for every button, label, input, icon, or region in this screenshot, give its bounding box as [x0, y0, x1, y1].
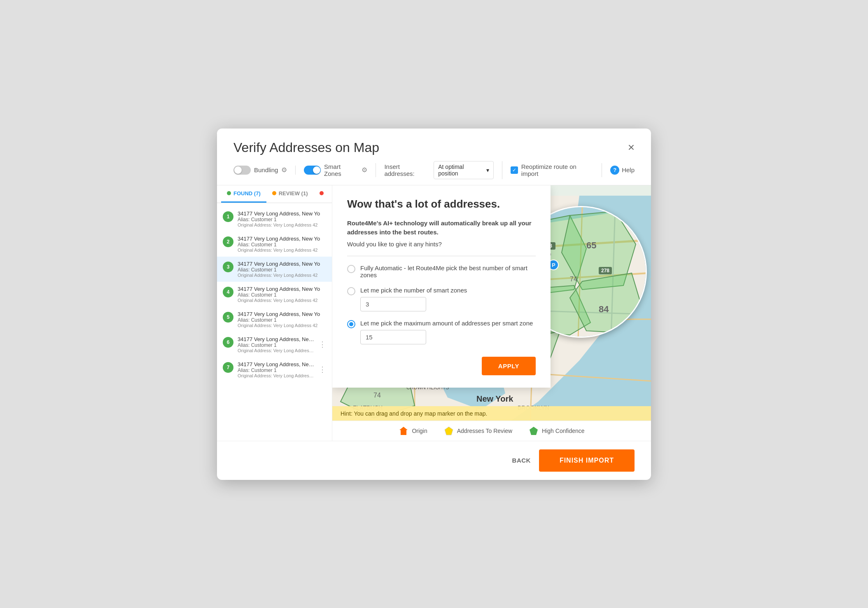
- svg-text:74: 74: [570, 276, 577, 283]
- tabs-row: FOUND (7) REVIEW (1): [217, 185, 332, 203]
- svg-text:74: 74: [373, 392, 381, 399]
- address-badge: 6: [223, 337, 233, 348]
- tab-found-label: FOUND (7): [233, 190, 261, 196]
- map-legend: Origin Addresses To Review High Confiden…: [332, 421, 651, 441]
- bundling-gear-icon[interactable]: ⚙: [281, 166, 287, 174]
- address-original: Original Address: Very Long Address 42: [238, 273, 326, 278]
- address-original: Original Address: Very Long Address 42: [238, 323, 326, 328]
- address-menu-icon[interactable]: ⋮: [319, 365, 326, 374]
- address-info: 34177 Very Long Address, New Yo Alias: C…: [238, 210, 326, 227]
- list-item[interactable]: 1 34177 Very Long Address, New Yo Alias:…: [217, 206, 332, 232]
- modal-footer: BACK FINISH IMPORT: [217, 441, 651, 480]
- insert-value: At optimal position: [438, 164, 484, 177]
- address-menu-icon[interactable]: ⋮: [319, 340, 326, 349]
- radio-pick-number[interactable]: [347, 287, 355, 295]
- address-main: 34177 Very Long Address, New York, NY 53…: [238, 361, 315, 367]
- svg-text:65: 65: [586, 240, 596, 250]
- address-info: 34177 Very Long Address, New Yo Alias: C…: [238, 286, 326, 303]
- popup-divider: [347, 256, 536, 256]
- legend-origin: Origin: [399, 426, 427, 436]
- svg-marker-54: [399, 427, 408, 435]
- reoptimize-section: ✓ Reoptimize route on import: [511, 163, 602, 177]
- tab-review[interactable]: REVIEW (1): [266, 185, 314, 203]
- popup-question: Would you like to give it any hints?: [347, 241, 536, 248]
- address-list: 1 34177 Very Long Address, New Yo Alias:…: [217, 203, 332, 386]
- svg-text:278: 278: [601, 268, 609, 274]
- reoptimize-label: Reoptimize route on import: [521, 163, 593, 177]
- finish-import-button[interactable]: FINISH IMPORT: [539, 449, 635, 472]
- review-dot: [272, 191, 276, 195]
- modal-title: Verify Addresses on Map: [233, 140, 379, 155]
- legend-confidence: High Confidence: [529, 426, 585, 436]
- address-info: 34177 Very Long Address, New York, NY 53…: [238, 361, 315, 378]
- apply-button[interactable]: APPLY: [482, 357, 536, 375]
- address-info: 34177 Very Long Address, New York, NY 53…: [238, 336, 315, 353]
- list-item[interactable]: 4 34177 Very Long Address, New Yo Alias:…: [217, 282, 332, 307]
- reoptimize-checkbox[interactable]: ✓: [511, 166, 518, 174]
- svg-marker-56: [530, 427, 538, 435]
- review-icon: [444, 426, 454, 436]
- address-original: Original Address: Very Long Address 4217…: [238, 348, 315, 353]
- smart-zones-count-input[interactable]: [360, 297, 426, 311]
- svg-text:84: 84: [599, 304, 609, 314]
- address-badge: 7: [223, 362, 233, 373]
- help-label: Help: [622, 166, 635, 173]
- map-hint-bar: Hint: You can drag and drop any map mark…: [332, 406, 651, 421]
- address-main: 34177 Very Long Address, New Yo: [238, 261, 326, 267]
- bundling-label: Bundling: [254, 166, 278, 173]
- smart-zones-label: Smart Zones: [324, 163, 358, 177]
- address-alias: Alias: Customer 1: [238, 267, 326, 273]
- insert-select[interactable]: At optimal position ▾: [434, 161, 494, 179]
- address-info: 34177 Very Long Address, New Yo Alias: C…: [238, 311, 326, 328]
- radio-option-pick-max: Let me pick the maximum amount of addres…: [347, 320, 536, 344]
- radio-automatic[interactable]: [347, 265, 355, 273]
- address-alias: Alias: Customer 1: [238, 342, 315, 348]
- smart-zones-gear-icon[interactable]: ⚙: [362, 166, 367, 174]
- bundling-toggle[interactable]: [233, 166, 251, 175]
- address-alias: Alias: Customer 1: [238, 367, 315, 373]
- address-main: 34177 Very Long Address, New Yo: [238, 286, 326, 292]
- toolbar: Bundling ⚙ Smart Zones ⚙ Insert addresse…: [217, 155, 651, 185]
- address-main: 34177 Very Long Address, New York, NY 53…: [238, 336, 315, 342]
- insert-label: Insert addresses:: [384, 163, 430, 177]
- tab-error[interactable]: [314, 185, 329, 203]
- list-item[interactable]: 3 34177 Very Long Address, New Yo Alias:…: [217, 257, 332, 282]
- list-item[interactable]: 7 34177 Very Long Address, New York, NY …: [217, 357, 332, 382]
- address-original: Original Address: Very Long Address 4217…: [238, 373, 315, 378]
- reoptimize-checkbox-label[interactable]: ✓ Reoptimize route on import: [511, 163, 593, 177]
- address-alias: Alias: Customer 1: [238, 292, 326, 298]
- list-item[interactable]: 5 34177 Very Long Address, New Yo Alias:…: [217, 307, 332, 332]
- map-area: 74 75 62 84 67 74 57 MANHATTAN New York …: [332, 185, 651, 441]
- error-dot: [320, 191, 324, 195]
- max-addresses-input[interactable]: [360, 330, 426, 344]
- help-button[interactable]: ? Help: [610, 166, 635, 175]
- confidence-icon: [529, 426, 539, 436]
- svg-marker-55: [445, 427, 453, 435]
- back-button[interactable]: BACK: [512, 457, 531, 464]
- tab-found[interactable]: FOUND (7): [221, 185, 266, 203]
- address-info: 34177 Very Long Address, New Yo Alias: C…: [238, 236, 326, 253]
- address-badge: 4: [223, 287, 233, 297]
- modal-header: Verify Addresses on Map ×: [217, 129, 651, 155]
- chevron-down-icon: ▾: [486, 167, 489, 173]
- svg-text:P: P: [552, 262, 555, 268]
- radio-pick-max[interactable]: [347, 320, 355, 328]
- address-info: 34177 Very Long Address, New Yo Alias: C…: [238, 261, 326, 278]
- smart-zone-popup: Wow that's a lot of addresses. Route4Me'…: [332, 185, 551, 388]
- address-main: 34177 Very Long Address, New Yo: [238, 210, 326, 217]
- legend-review-label: Addresses To Review: [457, 428, 512, 434]
- insert-section: Insert addresses: At optimal position ▾: [384, 161, 502, 179]
- popup-title: Wow that's a lot of addresses.: [347, 198, 536, 210]
- radio-pick-number-label: Let me pick the number of smart zones: [360, 287, 536, 311]
- list-item[interactable]: 2 34177 Very Long Address, New Yo Alias:…: [217, 232, 332, 257]
- list-item[interactable]: 6 34177 Very Long Address, New York, NY …: [217, 332, 332, 357]
- modal: Verify Addresses on Map × Bundling ⚙ Sma…: [217, 129, 651, 480]
- found-dot: [227, 191, 231, 195]
- smart-zones-toggle[interactable]: [304, 166, 321, 175]
- close-button[interactable]: ×: [628, 142, 635, 153]
- address-alias: Alias: Customer 1: [238, 317, 326, 323]
- address-badge: 1: [223, 211, 233, 222]
- radio-automatic-label: Fully Automatic - let Route4Me pick the …: [360, 264, 536, 278]
- radio-option-pick-number: Let me pick the number of smart zones: [347, 287, 536, 311]
- address-panel: FOUND (7) REVIEW (1) 1 34177 Very Long A…: [217, 185, 332, 441]
